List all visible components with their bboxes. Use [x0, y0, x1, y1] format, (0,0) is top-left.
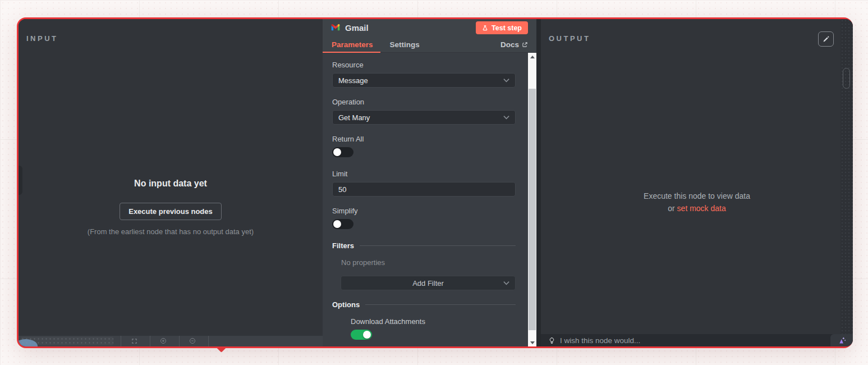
- parameters-scrollbar[interactable]: [528, 53, 536, 346]
- input-empty-state: No input data yet Execute previous nodes…: [19, 19, 323, 336]
- tab-parameters[interactable]: Parameters: [332, 36, 373, 52]
- parameters-list: Resource Message Operation Get Many Retu…: [323, 53, 528, 346]
- limit-input[interactable]: [332, 182, 516, 197]
- simplify-toggle[interactable]: [332, 219, 353, 229]
- ai-wish-input[interactable]: [560, 334, 830, 346]
- ai-sparkle-icon: [837, 336, 847, 344]
- execute-previous-nodes-button[interactable]: Execute previous nodes: [120, 203, 222, 220]
- divider: [208, 336, 209, 346]
- add-filter-button[interactable]: Add Filter: [341, 276, 516, 290]
- divider: [360, 245, 516, 246]
- flask-icon: [482, 25, 488, 31]
- lightbulb-icon: [548, 337, 555, 344]
- zoom-out-icon: [189, 336, 196, 346]
- test-step-button[interactable]: Test step: [476, 21, 528, 34]
- zoom-to-fit-button[interactable]: [128, 337, 140, 345]
- input-panel: INPUT No input data yet Execute previous…: [19, 19, 323, 336]
- scrollbar-up-button[interactable]: [528, 53, 536, 61]
- zoom-in-button[interactable]: [158, 337, 169, 345]
- scrollbar-thumb[interactable]: [529, 89, 536, 330]
- chevron-down-icon: [503, 115, 509, 120]
- node-header: Gmail Test step: [323, 19, 536, 36]
- filters-empty-text: No properties: [341, 258, 516, 267]
- output-empty-text: Execute this node to view data: [644, 190, 750, 203]
- divider: [150, 336, 150, 346]
- toggle-knob: [333, 148, 341, 156]
- node-detail-view: INPUT No input data yet Execute previous…: [17, 17, 853, 348]
- options-section-heading: Options: [332, 300, 516, 309]
- output-empty-line2: or set mock data: [668, 203, 726, 215]
- filters-section-heading: Filters: [332, 241, 516, 250]
- resource-label: Resource: [332, 61, 516, 69]
- output-empty-state: Execute this node to view data or set mo…: [541, 19, 853, 334]
- zoom-out-button[interactable]: [187, 337, 198, 345]
- zoom-in-icon: [160, 336, 167, 346]
- ai-assistant-button[interactable]: [830, 334, 853, 346]
- gmail-icon: [330, 24, 341, 32]
- no-input-data-text: No input data yet: [134, 179, 207, 189]
- divider: [121, 336, 121, 346]
- scrollbar-down-button[interactable]: [528, 339, 536, 346]
- chevron-down-icon: [503, 281, 509, 285]
- triangle-up-icon: [530, 56, 535, 58]
- return-all-label: Return All: [332, 135, 516, 143]
- download-attachments-toggle[interactable]: [351, 330, 372, 340]
- download-attachments-label: Download Attachments: [351, 317, 516, 326]
- chevron-down-icon: [503, 78, 509, 83]
- simplify-label: Simplify: [332, 207, 516, 215]
- node-settings-panel: Gmail Test step Parameters Settings Docs…: [323, 19, 536, 346]
- divider: [179, 336, 180, 346]
- operation-label: Operation: [332, 98, 516, 106]
- resource-select[interactable]: Message: [332, 73, 516, 88]
- node-title[interactable]: Gmail: [345, 23, 369, 33]
- canvas-controls-strip: [19, 336, 323, 346]
- toggle-knob: [363, 331, 371, 339]
- ai-prompt-bar: [541, 334, 853, 346]
- right-edge-strip: [841, 19, 853, 334]
- return-all-toggle[interactable]: [332, 147, 353, 157]
- triangle-down-icon: [530, 341, 535, 344]
- docs-link[interactable]: Docs: [500, 40, 528, 49]
- output-panel: OUTPUT Execute this node to view data or…: [541, 19, 853, 334]
- edge-scroll-pill[interactable]: [843, 68, 850, 89]
- operation-select[interactable]: Get Many: [332, 110, 516, 125]
- zoom-to-fit-icon: [131, 336, 137, 346]
- input-hint-text: (From the earliest node that has no outp…: [88, 227, 254, 238]
- set-mock-data-link[interactable]: set mock data: [677, 204, 726, 213]
- tab-settings[interactable]: Settings: [390, 36, 420, 52]
- limit-label: Limit: [332, 170, 516, 178]
- node-tabs: Parameters Settings Docs: [323, 36, 536, 53]
- toggle-knob: [333, 220, 341, 228]
- divider: [365, 304, 516, 305]
- external-link-icon: [522, 42, 528, 48]
